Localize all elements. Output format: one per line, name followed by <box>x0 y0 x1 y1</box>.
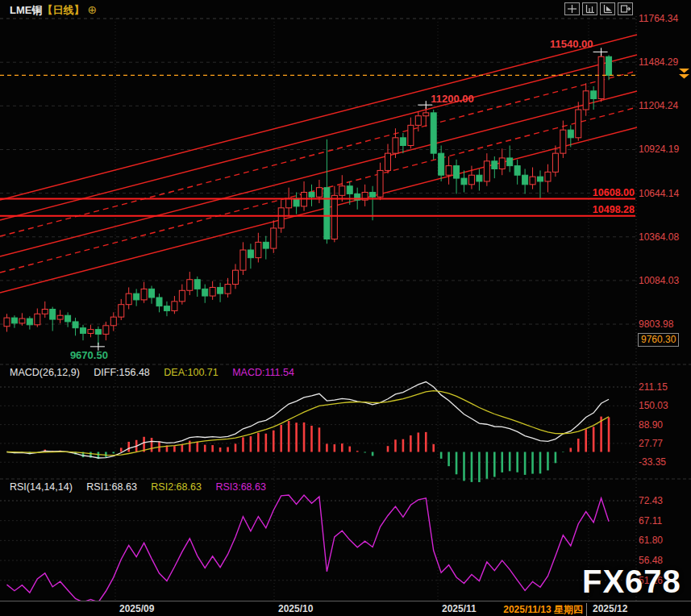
candle <box>103 326 109 335</box>
support-line-label-1: 10608.00 <box>516 187 635 198</box>
candle <box>499 158 505 169</box>
axis-value-label: 61.80 <box>639 535 663 546</box>
candle <box>57 315 63 319</box>
candle <box>408 125 414 145</box>
rsi1-value: RSI1:68.63 <box>86 481 137 493</box>
axis-value-label: 10924.19 <box>639 144 679 155</box>
candle <box>576 110 581 138</box>
candle <box>507 158 513 166</box>
candle <box>316 188 322 198</box>
candle <box>248 250 253 258</box>
date-highlight: 2025/11/13 星期四 <box>503 603 587 616</box>
candle <box>210 287 215 296</box>
candle <box>468 175 474 185</box>
candle <box>477 175 482 181</box>
candle <box>492 161 497 169</box>
candle <box>35 314 40 325</box>
candle <box>149 289 155 298</box>
candle <box>415 116 421 126</box>
candle <box>164 306 169 311</box>
y-axis-scale-icon[interactable] <box>582 2 597 15</box>
candle <box>126 293 131 305</box>
candle <box>233 270 239 284</box>
chart-canvas[interactable] <box>0 0 691 616</box>
axis-low-badge: 9760.30 <box>638 333 679 347</box>
axis-value-label: 9803.98 <box>639 318 673 330</box>
trend-line <box>0 91 637 256</box>
chart-toolbar <box>564 2 633 15</box>
candle <box>293 198 299 206</box>
candle <box>218 287 223 293</box>
price-marker-icon <box>679 69 689 73</box>
axis-value-label: 10644.14 <box>639 188 679 199</box>
candle <box>278 208 284 228</box>
axis-value-label: 10084.03 <box>639 275 679 286</box>
candle <box>583 91 589 110</box>
candle <box>598 56 604 98</box>
candle <box>545 172 551 181</box>
macd-label-row: MACD(26,12,9) DIFF:156.48 DEA:100.71 MAC… <box>10 367 306 378</box>
axis-value-label: -33.35 <box>639 456 666 468</box>
candle <box>484 161 489 181</box>
candle <box>19 318 25 323</box>
candle <box>530 177 535 185</box>
candle <box>560 130 566 153</box>
expand-icon[interactable]: ⊕ <box>87 3 97 16</box>
instrument-title: LME铜 <box>10 4 42 16</box>
candle <box>514 166 520 176</box>
axis-value-label: 88.90 <box>639 419 663 431</box>
candle <box>240 250 246 270</box>
candle <box>4 318 10 327</box>
candle <box>461 178 467 185</box>
candle <box>42 309 48 314</box>
candle <box>393 138 398 153</box>
candle <box>552 153 558 172</box>
axis-value-label: 150.03 <box>639 400 668 411</box>
candle <box>446 166 452 176</box>
candle <box>81 328 86 334</box>
candle <box>423 113 429 116</box>
candle <box>439 153 444 175</box>
macd-diff-value: DIFF:156.48 <box>94 367 149 378</box>
support-line-label-2: 10498.28 <box>516 204 635 215</box>
candle <box>141 289 147 300</box>
candle <box>119 305 124 317</box>
candle <box>88 330 94 334</box>
macd-dea-value: DEA:100.71 <box>164 367 218 378</box>
period-label: 【日线】 <box>42 4 84 16</box>
candle <box>65 315 71 322</box>
candle <box>110 317 116 326</box>
annotation-swing-low: 9670.50 <box>70 349 108 361</box>
date-label-nov: 2025/11 <box>442 603 477 614</box>
candle <box>202 289 208 296</box>
axis-value-label: 67.11 <box>639 515 662 527</box>
price-marker-icon <box>679 74 689 79</box>
macd-title: MACD(26,12,9) <box>10 367 80 378</box>
crosshair-icon[interactable] <box>564 2 580 15</box>
candle <box>256 242 261 257</box>
candle <box>377 170 383 197</box>
candle <box>179 290 185 302</box>
date-label-sep: 2025/09 <box>119 603 154 614</box>
candle <box>331 195 337 239</box>
pop-out-icon[interactable] <box>618 2 633 15</box>
candle <box>73 322 78 328</box>
candle <box>271 228 277 248</box>
candle <box>431 113 436 153</box>
axis-value-label: 10364.08 <box>639 231 679 243</box>
candle <box>172 302 177 311</box>
x-axis-scale-icon[interactable] <box>600 2 615 15</box>
candle <box>385 153 391 170</box>
candle <box>286 198 292 208</box>
rsi3-value: RSI3:68.63 <box>215 481 266 493</box>
axis-value-label: 11764.34 <box>639 13 678 24</box>
candle <box>347 186 352 194</box>
axis-value-label: 11484.29 <box>639 56 678 68</box>
rsi2-value: RSI2:68.63 <box>151 481 202 493</box>
axis-value-label: 27.77 <box>639 438 663 449</box>
candle <box>187 280 193 291</box>
macd-macd-value: MACD:111.54 <box>232 367 294 378</box>
rsi-line <box>7 495 610 602</box>
rsi-label-row: RSI(14,14,14) RSI1:68.63 RSI2:68.63 RSI3… <box>10 481 277 493</box>
rsi-title: RSI(14,14,14) <box>10 481 73 493</box>
